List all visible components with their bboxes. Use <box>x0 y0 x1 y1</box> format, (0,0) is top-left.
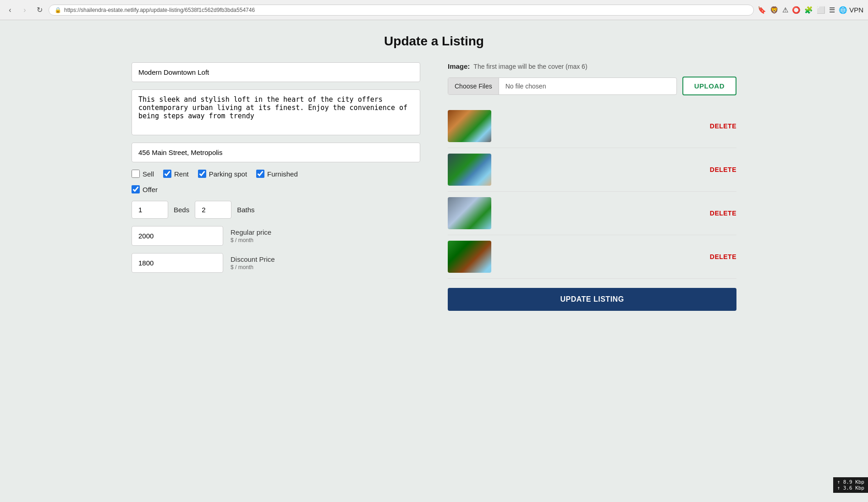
parking-checkbox-item[interactable]: Parking spot <box>198 170 247 178</box>
offer-checkbox[interactable] <box>132 185 140 193</box>
furnished-label: Furnished <box>267 170 298 178</box>
brave-icon: 🦁 <box>770 6 779 14</box>
image-item: DELETE <box>448 192 736 235</box>
page-title: Update a Listing <box>132 34 736 49</box>
page-content: Update a Listing This sleek and stylish … <box>113 20 755 325</box>
regular-price-input[interactable] <box>132 226 223 246</box>
delete-button-3[interactable]: DELETE <box>710 210 736 217</box>
delete-button-1[interactable]: DELETE <box>710 122 736 130</box>
circle-icon: ⭕ <box>792 6 801 14</box>
no-file-text: No file chosen <box>499 78 553 94</box>
image-thumbnail-2 <box>448 154 491 186</box>
sell-label: Sell <box>143 170 154 178</box>
delete-button-4[interactable]: DELETE <box>710 253 736 260</box>
beds-baths-row: Beds Baths <box>132 201 420 219</box>
listing-name-input[interactable] <box>132 62 420 82</box>
image-item: DELETE <box>448 235 736 279</box>
upload-button[interactable]: UPLOAD <box>682 77 736 95</box>
regular-price-row: Regular price $ / month <box>132 226 420 246</box>
rent-checkbox-item[interactable]: Rent <box>163 170 189 178</box>
form-layout: This sleek and stylish loft in the heart… <box>132 62 736 311</box>
address-input[interactable] <box>132 143 420 162</box>
discount-price-input[interactable] <box>132 253 223 273</box>
image-thumbnail-4 <box>448 241 491 273</box>
description-textarea[interactable]: This sleek and stylish loft in the heart… <box>132 89 420 135</box>
discount-price-label: Discount Price $ / month <box>231 255 275 270</box>
discount-price-label-sub: $ / month <box>231 264 275 270</box>
forward-button[interactable]: › <box>19 5 30 16</box>
delete-button-2[interactable]: DELETE <box>710 166 736 173</box>
offer-row: Offer <box>132 185 420 193</box>
browser-toolbar: 🔖 🦁 ⚠ ⭕ 🧩 ⬜ ☰ 🌐 VPN <box>758 6 863 14</box>
discount-price-row: Discount Price $ / month <box>132 253 420 273</box>
image-item: DELETE <box>448 148 736 192</box>
beds-input[interactable] <box>132 201 168 219</box>
discount-price-label-main: Discount Price <box>231 255 275 263</box>
bookmark-icon[interactable]: 🔖 <box>758 6 766 14</box>
back-button[interactable]: ‹ <box>5 5 16 16</box>
baths-input[interactable] <box>195 201 231 219</box>
beds-label: Beds <box>174 206 189 214</box>
extensions-icon: 🧩 <box>804 6 813 14</box>
regular-price-label-main: Regular price <box>231 228 271 236</box>
image-section-header: Image: The first image will be the cover… <box>448 62 736 70</box>
menu-icon[interactable]: ☰ <box>829 6 835 14</box>
rent-label: Rent <box>174 170 189 178</box>
choose-files-button[interactable]: Choose Files <box>448 78 499 94</box>
file-input-box: Choose Files No file chosen <box>448 77 677 95</box>
furnished-checkbox[interactable] <box>256 170 264 178</box>
browser-chrome: ‹ › ↻ 🔒 https://shailendra-estate.netlif… <box>0 0 868 20</box>
image-thumbnail-1 <box>448 110 491 142</box>
alert-icon: ⚠ <box>782 6 788 14</box>
furnished-checkbox-item[interactable]: Furnished <box>256 170 298 178</box>
image-thumbnail-3 <box>448 197 491 229</box>
sell-checkbox[interactable] <box>132 170 140 178</box>
parking-label: Parking spot <box>209 170 247 178</box>
left-column: This sleek and stylish loft in the heart… <box>132 62 420 311</box>
update-btn-row: UPDATE LISTING <box>448 288 736 311</box>
rent-checkbox[interactable] <box>163 170 171 178</box>
url-text: https://shailendra-estate.netlify.app/up… <box>64 7 255 13</box>
image-item: DELETE <box>448 105 736 148</box>
lock-icon: 🔒 <box>55 7 61 13</box>
baths-label: Baths <box>237 206 254 214</box>
file-upload-row: Choose Files No file chosen UPLOAD <box>448 77 736 95</box>
offer-label: Offer <box>143 186 158 193</box>
vpn-label: 🌐 VPN <box>839 6 863 14</box>
regular-price-label-sub: $ / month <box>231 237 271 243</box>
type-checkboxes: Sell Rent Parking spot Furnished <box>132 170 420 178</box>
reload-button[interactable]: ↻ <box>34 5 45 16</box>
update-listing-button[interactable]: UPDATE LISTING <box>448 288 736 311</box>
parking-checkbox[interactable] <box>198 170 206 178</box>
regular-price-label: Regular price $ / month <box>231 228 271 243</box>
image-hint: The first image will be the cover (max 6… <box>473 63 587 70</box>
image-label: Image: <box>448 62 470 70</box>
window-icon: ⬜ <box>817 6 825 14</box>
sell-checkbox-item[interactable]: Sell <box>132 170 154 178</box>
offer-checkbox-item[interactable]: Offer <box>132 185 158 193</box>
right-column: Image: The first image will be the cover… <box>448 62 736 311</box>
address-bar[interactable]: 🔒 https://shailendra-estate.netlify.app/… <box>49 5 754 16</box>
image-list: DELETE DELETE DELETE DELETE <box>448 105 736 279</box>
